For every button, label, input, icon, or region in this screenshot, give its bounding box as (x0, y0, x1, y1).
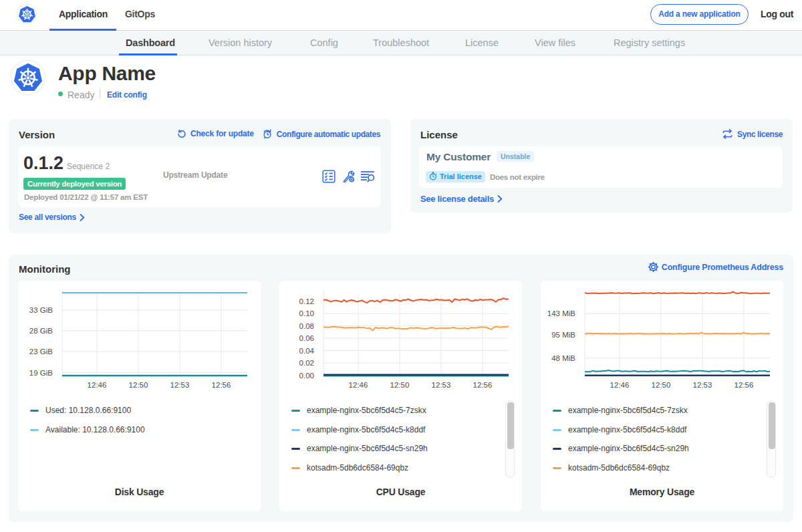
svg-text:12:46: 12:46 (88, 381, 107, 389)
svg-text:12:56: 12:56 (473, 381, 493, 389)
svg-text:0.06: 0.06 (299, 334, 314, 342)
svg-text:12:50: 12:50 (390, 381, 410, 389)
svg-text:48 MiB: 48 MiB (551, 354, 575, 362)
svg-text:0.10: 0.10 (299, 309, 314, 317)
svg-text:12:50: 12:50 (129, 381, 148, 389)
svg-text:0.08: 0.08 (299, 322, 314, 330)
svg-text:19 GiB: 19 GiB (29, 369, 53, 377)
svg-text:12:46: 12:46 (349, 381, 368, 389)
svg-text:12:53: 12:53 (170, 381, 190, 389)
svg-text:0.00: 0.00 (299, 372, 314, 380)
svg-text:12:46: 12:46 (610, 381, 630, 389)
svg-text:0.04: 0.04 (299, 347, 315, 355)
svg-text:95 MiB: 95 MiB (551, 331, 575, 339)
svg-text:12:53: 12:53 (432, 381, 451, 389)
svg-text:12:56: 12:56 (212, 381, 231, 389)
svg-text:12:50: 12:50 (652, 381, 671, 389)
svg-text:23 GiB: 23 GiB (29, 348, 53, 356)
svg-text:0.02: 0.02 (299, 359, 314, 367)
svg-text:0.12: 0.12 (299, 297, 314, 305)
svg-text:33 GiB: 33 GiB (29, 306, 53, 314)
svg-text:143 MiB: 143 MiB (547, 309, 576, 317)
svg-text:28 GiB: 28 GiB (29, 327, 53, 335)
svg-text:12:56: 12:56 (734, 381, 754, 389)
svg-text:12:53: 12:53 (693, 381, 712, 389)
